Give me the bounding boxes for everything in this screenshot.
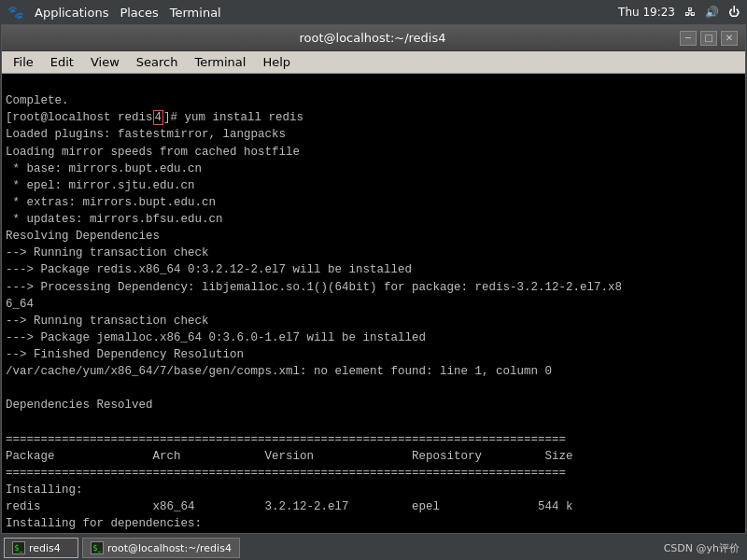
line-running1: --> Running transaction check <box>6 246 209 259</box>
menu-bar: File Edit View Search Terminal Help <box>2 51 745 74</box>
line-loaded: Loaded plugins: fastestmirror, langpacks <box>6 128 286 141</box>
line-blank2 <box>6 416 13 429</box>
network-icon: 🖧 <box>684 6 696 19</box>
menu-edit[interactable]: Edit <box>43 53 81 71</box>
line-base: * base: mirrors.bupt.edu.cn <box>6 162 202 175</box>
taskbar-item-root[interactable]: $_ root@localhost:~/redis4 <box>82 538 240 558</box>
title-bar: root@localhost:~/redis4 − □ ✕ <box>2 25 745 51</box>
taskbar-csdn: CSDN @yh评价 <box>664 542 740 554</box>
line-xmlerr: /var/cache/yum/x86_64/7/base/gen/comps.x… <box>6 365 552 378</box>
line-extras: * extras: mirrors.bupt.edu.cn <box>6 196 216 209</box>
terminal-icon-2: $_ <box>91 541 104 554</box>
line-sep1: ========================================… <box>6 433 566 446</box>
minimize-button[interactable]: − <box>680 31 697 46</box>
terminal-content[interactable]: Complete. [root@localhost redis4]# yum i… <box>2 74 745 533</box>
terminal-menu[interactable]: Terminal <box>170 6 221 20</box>
line-finished: --> Finished Dependency Resolution <box>6 348 244 361</box>
terminal-window: root@localhost:~/redis4 − □ ✕ File Edit … <box>1 24 746 534</box>
line-deps-resolved: Dependencies Resolved <box>6 399 153 412</box>
close-button[interactable]: ✕ <box>721 31 738 46</box>
line-updates: * updates: mirrors.bfsu.edu.cn <box>6 213 223 226</box>
gnome-icon: 🐾 <box>7 5 23 20</box>
line-header: Package Arch Version Repository Size <box>6 450 573 463</box>
system-bar-left: 🐾 Applications Places Terminal <box>7 5 221 20</box>
power-icon[interactable]: ⏻ <box>728 6 740 19</box>
line-blank1 <box>6 382 13 395</box>
line-redis-row: redis x86_64 3.2.12-2.el7 epel 544 k <box>6 500 573 513</box>
line-complete: Complete. <box>6 94 69 107</box>
line-resolving: Resolving Dependencies <box>6 230 160 243</box>
line-installing-deps: Installing for dependencies: <box>6 517 202 530</box>
line-sep2: ========================================… <box>6 467 566 480</box>
line-running2: --> Running transaction check <box>6 315 209 328</box>
line-redis-pkg: ---> Package redis.x86_64 0:3.2.12-2.el7… <box>6 263 412 276</box>
taskbar-right: CSDN @yh评价 <box>664 541 743 555</box>
line-mirror: Loading mirror speeds from cached hostfi… <box>6 146 300 159</box>
menu-view[interactable]: View <box>83 53 127 71</box>
applications-menu[interactable]: Applications <box>35 6 108 20</box>
system-bar-right: Thu 19:23 🖧 🔊 ⏻ <box>618 6 740 19</box>
line-dep1: ---> Processing Dependency: libjemalloc.… <box>6 281 622 294</box>
menu-search[interactable]: Search <box>129 53 186 71</box>
volume-icon: 🔊 <box>705 6 719 19</box>
menu-help[interactable]: Help <box>255 53 298 71</box>
menu-file[interactable]: File <box>6 53 41 71</box>
terminal-icon-1: $_ <box>12 541 25 554</box>
taskbar-item-redis4[interactable]: $_ redis4 <box>4 538 78 558</box>
system-bar: 🐾 Applications Places Terminal Thu 19:23… <box>0 0 747 24</box>
title-bar-buttons: − □ ✕ <box>680 31 738 46</box>
line-epel: * epel: mirror.sjtu.edu.cn <box>6 179 195 192</box>
places-menu[interactable]: Places <box>120 6 158 20</box>
window-title: root@localhost:~/redis4 <box>65 31 680 45</box>
taskbar-label-2: root@localhost:~/redis4 <box>107 542 232 554</box>
time-display: Thu 19:23 <box>618 6 675 19</box>
menu-terminal[interactable]: Terminal <box>187 53 253 71</box>
taskbar: $_ redis4 $_ root@localhost:~/redis4 CSD… <box>0 536 747 560</box>
line-dep1b: 6_64 <box>6 298 34 311</box>
line-cmd: [root@localhost redis4]# yum install red… <box>6 110 303 125</box>
line-jemalloc: ---> Package jemalloc.x86_64 0:3.6.0-1.e… <box>6 331 426 344</box>
maximize-button[interactable]: □ <box>700 31 717 46</box>
line-installing: Installing: <box>6 483 83 497</box>
taskbar-label-1: redis4 <box>29 542 61 554</box>
